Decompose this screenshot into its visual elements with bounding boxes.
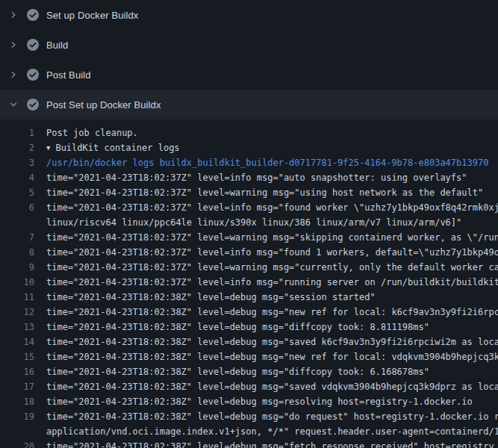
chevron-right-icon[interactable] xyxy=(7,69,19,81)
log-message-text: time="2021-04-23T18:02:38Z" level=debug … xyxy=(46,396,473,407)
log-message-text: time="2021-04-23T18:02:38Z" level=debug … xyxy=(46,411,498,422)
step-title: Post Build xyxy=(46,69,91,81)
log-line: 15time="2021-04-23T18:02:38Z" level=debu… xyxy=(0,349,498,364)
log-message-text: time="2021-04-23T18:02:37Z" level=info m… xyxy=(46,202,498,213)
log-message-text: time="2021-04-23T18:02:38Z" level=debug … xyxy=(46,352,498,362)
log-message-text: time="2021-04-23T18:02:38Z" level=debug … xyxy=(46,322,429,332)
line-number[interactable]: 12 xyxy=(0,305,34,320)
chevron-right-icon[interactable] xyxy=(7,39,19,51)
log-text-cell: time="2021-04-23T18:02:38Z" level=debug … xyxy=(34,349,498,364)
log-text-cell: time="2021-04-23T18:02:38Z" level=debug … xyxy=(34,320,498,335)
log-message-text: time="2021-04-23T18:02:38Z" level=debug … xyxy=(46,292,376,302)
line-number[interactable]: 18 xyxy=(0,394,34,409)
log-line: 19time="2021-04-23T18:02:38Z" level=debu… xyxy=(0,409,498,424)
step-header[interactable]: Set up Docker Buildx xyxy=(0,0,498,30)
line-number[interactable]: 8 xyxy=(0,245,34,260)
log-message-text: time="2021-04-23T18:02:38Z" level=debug … xyxy=(46,441,494,448)
log-line-continuation: application/vnd.oci.image.index.v1+json,… xyxy=(0,424,498,439)
log-text-cell: time="2021-04-23T18:02:37Z" level=warnin… xyxy=(34,230,498,245)
line-number[interactable]: 17 xyxy=(0,379,34,394)
line-number[interactable]: 7 xyxy=(0,230,34,245)
log-group-title[interactable]: BuildKit container logs xyxy=(55,143,179,153)
log-text-cell: time="2021-04-23T18:02:38Z" level=debug … xyxy=(34,290,498,305)
log-message-text: time="2021-04-23T18:02:37Z" level=info m… xyxy=(46,172,467,183)
step-header[interactable]: Build xyxy=(0,30,498,60)
log-area: 1Post job cleanup.2▼BuildKit container l… xyxy=(0,119,498,448)
line-number[interactable]: 2 xyxy=(0,140,34,155)
log-message-text: Post job cleanup. xyxy=(46,128,138,138)
log-text-cell: linux/riscv64 linux/ppc64le linux/s390x … xyxy=(34,215,498,230)
log-line: 4time="2021-04-23T18:02:37Z" level=info … xyxy=(0,170,498,185)
log-line: 8time="2021-04-23T18:02:37Z" level=info … xyxy=(0,245,498,260)
log-text-cell: time="2021-04-23T18:02:38Z" level=debug … xyxy=(34,305,498,320)
log-message-text: time="2021-04-23T18:02:37Z" level=info m… xyxy=(46,247,498,258)
log-line: 20time="2021-04-23T18:02:38Z" level=debu… xyxy=(0,439,498,448)
log-line: 7time="2021-04-23T18:02:37Z" level=warni… xyxy=(0,230,498,245)
line-number[interactable]: 20 xyxy=(0,439,34,448)
log-text-cell: time="2021-04-23T18:02:38Z" level=debug … xyxy=(34,335,498,349)
line-number[interactable]: 11 xyxy=(0,290,34,305)
log-text-cell: ▼BuildKit container logs xyxy=(34,140,498,155)
line-number[interactable]: 9 xyxy=(0,260,34,275)
log-text-cell: time="2021-04-23T18:02:37Z" level=info m… xyxy=(34,275,498,290)
log-text-cell: time="2021-04-23T18:02:37Z" level=info m… xyxy=(34,170,498,185)
line-number[interactable]: 5 xyxy=(0,185,34,200)
log-line: 3/usr/bin/docker logs buildx_buildkit_bu… xyxy=(0,155,498,170)
log-text-cell: time="2021-04-23T18:02:38Z" level=debug … xyxy=(34,394,498,409)
log-text-cell: time="2021-04-23T18:02:37Z" level=info m… xyxy=(34,200,498,215)
check-circle-icon xyxy=(27,9,39,21)
log-text-cell: time="2021-04-23T18:02:38Z" level=debug … xyxy=(34,409,498,424)
log-message-text: time="2021-04-23T18:02:37Z" level=warnin… xyxy=(46,187,483,198)
log-line: 10time="2021-04-23T18:02:37Z" level=info… xyxy=(0,275,498,290)
log-text-cell: /usr/bin/docker logs buildx_buildkit_bui… xyxy=(34,155,498,170)
line-number[interactable]: 15 xyxy=(0,349,34,364)
check-circle-icon xyxy=(27,39,39,51)
line-number xyxy=(0,215,34,230)
line-number[interactable]: 13 xyxy=(0,320,34,335)
line-number[interactable]: 3 xyxy=(0,155,34,170)
log-text-cell: time="2021-04-23T18:02:38Z" level=debug … xyxy=(34,379,498,394)
line-number xyxy=(0,424,34,439)
step-title: Set up Docker Buildx xyxy=(46,10,138,21)
chevron-right-icon[interactable] xyxy=(7,9,19,21)
log-text-cell: time="2021-04-23T18:02:37Z" level=warnin… xyxy=(34,260,498,275)
line-number[interactable]: 1 xyxy=(0,125,34,140)
log-message-text: time="2021-04-23T18:02:38Z" level=debug … xyxy=(46,382,498,392)
log-text-cell: time="2021-04-23T18:02:37Z" level=info m… xyxy=(34,245,498,260)
group-caret-icon[interactable]: ▼ xyxy=(46,144,50,152)
line-number[interactable]: 16 xyxy=(0,364,34,379)
log-text-cell: application/vnd.oci.image.index.v1+json,… xyxy=(34,424,498,439)
line-number[interactable]: 10 xyxy=(0,275,34,290)
line-number[interactable]: 14 xyxy=(0,335,34,349)
line-number[interactable]: 19 xyxy=(0,409,34,424)
log-line: 2▼BuildKit container logs xyxy=(0,140,498,155)
chevron-down-icon[interactable] xyxy=(7,99,19,111)
log-message-text: time="2021-04-23T18:02:37Z" level=info m… xyxy=(46,277,498,287)
log-text-cell: time="2021-04-23T18:02:38Z" level=debug … xyxy=(34,439,498,448)
log-message-text: time="2021-04-23T18:02:38Z" level=debug … xyxy=(46,367,429,377)
log-line: 6time="2021-04-23T18:02:37Z" level=info … xyxy=(0,200,498,215)
check-circle-icon xyxy=(27,69,39,81)
log-text-cell: time="2021-04-23T18:02:38Z" level=debug … xyxy=(34,364,498,379)
line-number[interactable]: 6 xyxy=(0,200,34,215)
log-message-text: time="2021-04-23T18:02:37Z" level=warnin… xyxy=(46,232,498,243)
step-title: Build xyxy=(46,40,68,51)
log-line: 18time="2021-04-23T18:02:38Z" level=debu… xyxy=(0,394,498,409)
line-number[interactable]: 4 xyxy=(0,170,34,185)
log-line: 14time="2021-04-23T18:02:38Z" level=debu… xyxy=(0,335,498,349)
log-line: 5time="2021-04-23T18:02:37Z" level=warni… xyxy=(0,185,498,200)
log-line: 13time="2021-04-23T18:02:38Z" level=debu… xyxy=(0,320,498,335)
log-line: 17time="2021-04-23T18:02:38Z" level=debu… xyxy=(0,379,498,394)
log-command-text: /usr/bin/docker logs buildx_buildkit_bui… xyxy=(46,158,488,168)
step-header[interactable]: Post Set up Docker Buildx xyxy=(0,90,498,119)
step-title: Post Set up Docker Buildx xyxy=(46,99,161,111)
log-text-cell: time="2021-04-23T18:02:37Z" level=warnin… xyxy=(34,185,498,200)
log-line: 12time="2021-04-23T18:02:38Z" level=debu… xyxy=(0,305,498,320)
log-message-text: time="2021-04-23T18:02:37Z" level=warnin… xyxy=(46,262,498,273)
log-message-text: time="2021-04-23T18:02:38Z" level=debug … xyxy=(46,337,498,347)
log-line: 11time="2021-04-23T18:02:38Z" level=debu… xyxy=(0,290,498,305)
step-header[interactable]: Post Build xyxy=(0,60,498,90)
log-line-continuation: linux/riscv64 linux/ppc64le linux/s390x … xyxy=(0,215,498,230)
log-line: 1Post job cleanup. xyxy=(0,125,498,140)
log-message-text: linux/riscv64 linux/ppc64le linux/s390x … xyxy=(46,217,461,228)
